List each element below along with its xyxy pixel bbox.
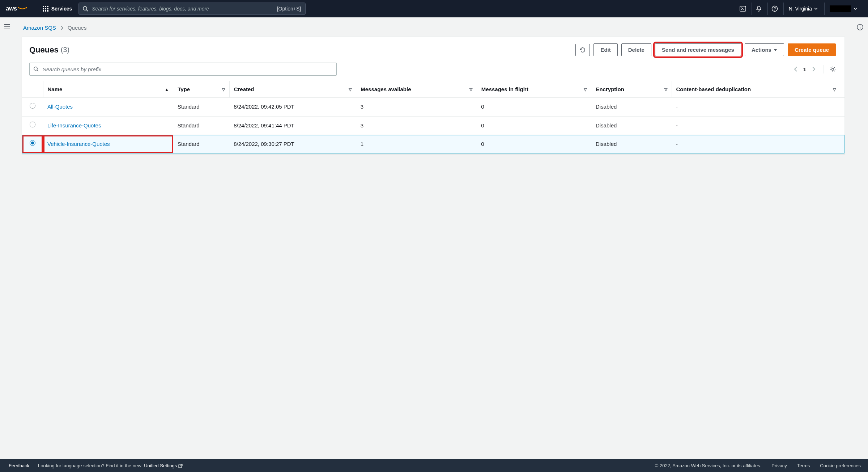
bell-icon [756, 5, 762, 12]
filter-input-wrap[interactable] [29, 63, 337, 76]
cell-in-flight: 0 [477, 98, 591, 117]
terms-link[interactable]: Terms [797, 463, 810, 468]
col-messages-available[interactable]: Messages available▽ [356, 81, 477, 98]
language-hint: Looking for language selection? Find it … [38, 463, 183, 468]
search-shortcut: [Option+S] [277, 6, 301, 12]
queue-link[interactable]: Life-Insurance-Quotes [47, 122, 101, 128]
svg-line-9 [37, 70, 38, 71]
feedback-link[interactable]: Feedback [9, 463, 29, 468]
account-menu[interactable] [824, 3, 862, 15]
refresh-button[interactable] [575, 44, 590, 56]
cell-available: 3 [356, 98, 477, 117]
main-layout: Amazon SQS Queues Queues (3) Edit Delete… [0, 17, 868, 459]
col-name[interactable]: Name▲ [43, 81, 173, 98]
cell-available: 1 [356, 135, 477, 154]
help-button[interactable] [767, 3, 782, 15]
create-queue-button[interactable]: Create queue [788, 43, 836, 56]
aws-smile-icon [18, 7, 27, 10]
panel-actions: Edit Delete Send and receive messages Ac… [575, 43, 836, 56]
page-title: Queues [29, 45, 59, 55]
send-receive-button[interactable]: Send and receive messages [655, 43, 741, 56]
sort-icon: ▽ [664, 87, 667, 92]
table-settings-button[interactable] [824, 65, 836, 73]
col-select [22, 81, 43, 98]
cell-dedup: - [672, 135, 844, 154]
unified-settings-link[interactable]: Unified Settings [144, 463, 183, 468]
services-label: Services [51, 6, 72, 12]
table-row[interactable]: Life-Insurance-QuotesStandard8/24/2022, … [22, 116, 844, 135]
sort-asc-icon: ▲ [165, 87, 169, 92]
cell-type: Standard [173, 135, 229, 154]
cloudshell-button[interactable] [736, 3, 750, 15]
pagination: 1 [794, 65, 836, 73]
svg-point-4 [774, 10, 775, 10]
filter-row: 1 [22, 63, 844, 81]
page-number: 1 [803, 66, 806, 72]
page-prev[interactable] [794, 66, 797, 72]
sort-icon: ▽ [833, 87, 836, 92]
chevron-left-icon [794, 66, 797, 72]
col-created[interactable]: Created▽ [229, 81, 356, 98]
page-count: (3) [61, 46, 69, 54]
gear-icon [830, 66, 836, 72]
nav-right: N. Virginia [736, 3, 862, 15]
cell-dedup: - [672, 98, 844, 117]
account-name-redacted [830, 5, 851, 12]
svg-line-1 [86, 10, 88, 11]
privacy-link[interactable]: Privacy [771, 463, 787, 468]
sort-icon: ▽ [469, 87, 472, 92]
search-box[interactable]: [Option+S] [78, 3, 306, 15]
cell-encryption: Disabled [591, 116, 672, 135]
cell-created: 8/24/2022, 09:30:27 PDT [229, 135, 356, 154]
table-row[interactable]: All-QuotesStandard8/24/2022, 09:42:05 PD… [22, 98, 844, 117]
services-grid-icon [43, 6, 48, 12]
queue-link[interactable]: Vehicle-Insurance-Quotes [47, 141, 110, 147]
cell-type: Standard [173, 98, 229, 117]
cookie-preferences-link[interactable]: Cookie preferences [820, 463, 861, 468]
col-encryption[interactable]: Encryption▽ [591, 81, 672, 98]
top-nav: aws Services [Option+S] N. Virginia [0, 0, 868, 17]
svg-point-8 [34, 67, 37, 70]
info-icon [857, 24, 863, 30]
breadcrumb-root[interactable]: Amazon SQS [23, 25, 56, 31]
col-type[interactable]: Type▽ [173, 81, 229, 98]
actions-button[interactable]: Actions [745, 43, 784, 56]
table-row[interactable]: Vehicle-Insurance-QuotesStandard8/24/202… [22, 135, 844, 154]
info-panel-toggle[interactable] [852, 17, 868, 459]
services-button[interactable]: Services [39, 4, 76, 14]
edit-button[interactable]: Edit [593, 43, 617, 56]
caret-down-icon [774, 49, 777, 51]
cell-encryption: Disabled [591, 135, 672, 154]
cell-in-flight: 0 [477, 116, 591, 135]
svg-point-0 [83, 7, 87, 10]
cell-type: Standard [173, 116, 229, 135]
notifications-button[interactable] [752, 3, 766, 15]
col-dedup[interactable]: Content-based deduplication▽ [672, 81, 844, 98]
page-next[interactable] [812, 66, 816, 72]
left-nav-toggle[interactable] [0, 17, 14, 459]
cloudshell-icon [740, 5, 746, 12]
col-messages-in-flight[interactable]: Messages in flight▽ [477, 81, 591, 98]
cell-available: 3 [356, 116, 477, 135]
row-radio[interactable] [30, 103, 35, 109]
panel-header: Queues (3) Edit Delete Send and receive … [22, 37, 844, 63]
external-link-icon [178, 464, 183, 468]
sort-icon: ▽ [349, 87, 352, 92]
row-radio[interactable] [30, 140, 35, 146]
main-content: Amazon SQS Queues Queues (3) Edit Delete… [14, 17, 852, 459]
queue-link[interactable]: All-Quotes [47, 104, 73, 110]
caret-down-icon [854, 8, 857, 10]
breadcrumb: Amazon SQS Queues [22, 22, 845, 37]
queues-table: Name▲ Type▽ Created▽ Messages available▽… [22, 81, 844, 154]
aws-logo[interactable]: aws [6, 3, 33, 14]
row-radio[interactable] [30, 122, 35, 127]
search-input[interactable] [79, 3, 305, 14]
global-search: [Option+S] [78, 3, 306, 15]
cell-created: 8/24/2022, 09:42:05 PDT [229, 98, 356, 117]
cell-in-flight: 0 [477, 135, 591, 154]
prefix-search-input[interactable] [30, 63, 336, 75]
queues-panel: Queues (3) Edit Delete Send and receive … [22, 37, 845, 154]
region-selector[interactable]: N. Virginia [783, 3, 823, 15]
delete-button[interactable]: Delete [621, 43, 651, 56]
cell-encryption: Disabled [591, 98, 672, 117]
